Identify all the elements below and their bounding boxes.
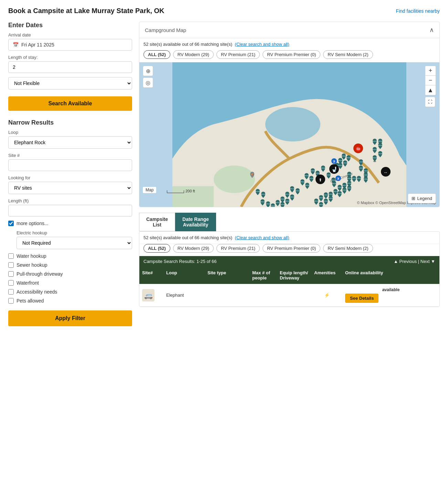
scale-bar	[167, 190, 184, 193]
water-hookup-checkbox[interactable]	[8, 253, 14, 259]
clear-search-link[interactable]: (Clear search and show all)	[235, 42, 289, 47]
pagination-bar: Campsite Search Results: 1-25 of 66 ▲ Pr…	[139, 256, 439, 267]
filter-tag-rv-semi-modern[interactable]: RV Semi Modern (2)	[323, 50, 373, 59]
pets-checkbox[interactable]	[8, 298, 14, 304]
svg-text:ER033: ER033	[290, 188, 295, 190]
length-label: Length of stay:	[8, 55, 132, 60]
site-icon: 🚐	[142, 289, 154, 301]
search-available-button[interactable]: Search Available	[8, 96, 132, 111]
filter-tag-rv-modern[interactable]: RV Modern (29)	[173, 50, 214, 59]
svg-point-1	[265, 107, 320, 141]
page-title: Book a Campsite at Lake Murray State Par…	[8, 7, 164, 15]
sewer-hookup-item: Sewer hookup	[8, 262, 132, 268]
map-section: Campground Map ∧ 52 site(s) available ou…	[139, 22, 440, 207]
looking-for-select[interactable]: RV sites Tent sites All	[8, 182, 132, 194]
tab-campsite-list[interactable]: CampsiteList	[139, 213, 175, 231]
svg-text:ER009: ER009	[347, 182, 352, 184]
svg-text:ER034: ER034	[296, 190, 300, 192]
looking-for-label: Looking for	[8, 175, 132, 180]
filter-tag-2-rv-premium[interactable]: RV Premium (21)	[216, 244, 260, 253]
th-site-type: Site type	[205, 267, 249, 284]
svg-text:ER042: ER042	[378, 140, 383, 142]
flexibility-select[interactable]: Not Flexible ±1 day ±2 days ±3 days	[8, 77, 132, 89]
expand-map-button[interactable]: ⛶	[425, 97, 435, 107]
pets-label[interactable]: Pets allowed	[17, 298, 44, 304]
pull-through-label[interactable]: Pull-through driveway	[17, 271, 63, 277]
svg-text:ER065: ER065	[305, 184, 310, 186]
svg-text:ER059: ER059	[321, 167, 326, 169]
map-container[interactable]: Cedar Cove Cir ER047 ER046	[139, 62, 439, 207]
svg-text:ER024: ER024	[260, 201, 265, 203]
pagination-nav[interactable]: ▲ Previous | Next ▼	[394, 259, 435, 264]
sewer-hookup-label[interactable]: Sewer hookup	[17, 262, 47, 268]
length-ft-group: Length (ft)	[8, 198, 132, 216]
arrival-date-input[interactable]: 📅 Fri Apr 11 2025	[8, 39, 132, 51]
pagination-prev[interactable]: ▲ Previous	[394, 259, 417, 264]
td-equip-length	[277, 292, 311, 299]
electric-hookup-section: Electric hookup Not Required Required 30…	[17, 230, 132, 249]
filter-tag-rv-premium[interactable]: RV Premium (21)	[216, 50, 260, 59]
available-label: available	[345, 287, 437, 292]
site-num-input[interactable]	[8, 159, 132, 171]
map-controls-right: + − ▲ ⛶	[425, 66, 436, 107]
filter-tags: ALL (52) RV Modern (29) RV Premium (21) …	[139, 50, 439, 62]
narrow-results-title: Narrow Results	[8, 119, 132, 126]
svg-text:ER003: ER003	[364, 174, 368, 176]
more-options-label[interactable]: more options...	[17, 221, 49, 226]
arrival-label: Arrival date	[8, 32, 132, 38]
pull-through-item: Pull-through driveway	[8, 271, 132, 277]
filter-tag-rv-premium-premier[interactable]: RV Premium Premier (0)	[263, 50, 320, 59]
svg-text:ER010: ER010	[338, 193, 342, 194]
pull-through-checkbox[interactable]	[8, 271, 14, 277]
more-options-checkbox[interactable]	[8, 221, 14, 226]
svg-text:ER017: ER017	[324, 194, 328, 196]
legend-label: Legend	[417, 196, 432, 201]
find-facilities-link[interactable]: Find facilities nearby	[396, 8, 440, 14]
svg-text:ER025: ER025	[271, 205, 275, 207]
legend-button[interactable]: ⊞ Legend	[408, 193, 436, 203]
waterfront-checkbox[interactable]	[8, 280, 14, 286]
pagination-next[interactable]: Next ▼	[420, 259, 435, 264]
electric-hookup-label: Electric hookup	[17, 230, 132, 235]
svg-text:ER016: ER016	[329, 193, 333, 195]
see-details-button[interactable]: See Details	[345, 294, 378, 303]
svg-text:♿: ♿	[332, 160, 336, 163]
table-header: Site# Loop Site type Max # of people Equ…	[139, 267, 439, 284]
svg-text:ER022: ER022	[324, 200, 328, 202]
locate-button[interactable]: ⊕	[143, 66, 153, 76]
water-hookup-label[interactable]: Water hookup	[17, 253, 46, 259]
filter-tag-2-rv-semi-modern[interactable]: RV Semi Modern (2)	[323, 244, 373, 253]
svg-text:ER001: ER001	[359, 167, 363, 169]
top-header: Book a Campsite at Lake Murray State Par…	[8, 7, 440, 15]
svg-text:ER046: ER046	[378, 153, 383, 155]
svg-text:ER006: ER006	[347, 178, 352, 179]
map-header: Campground Map ∧	[139, 22, 439, 38]
sewer-hookup-checkbox[interactable]	[8, 262, 14, 268]
loop-select[interactable]: Elephant Rock Cedar Cove All Loops	[8, 136, 132, 149]
filter-tag-2-all[interactable]: ALL (52)	[143, 244, 170, 253]
apply-filter-button[interactable]: Apply Filter	[8, 310, 132, 326]
pets-item: Pets allowed	[8, 298, 132, 304]
length-of-stay-input[interactable]	[8, 61, 132, 73]
site-num-label: Site #	[8, 153, 132, 158]
dates-section-title: Enter Dates	[8, 22, 132, 29]
electric-hookup-select[interactable]: Not Required Required 30 Amp 50 Amp	[17, 237, 132, 249]
svg-text:ER052: ER052	[343, 162, 348, 164]
tab-date-range[interactable]: Date RangeAvailability	[175, 213, 216, 231]
map-collapse-icon[interactable]: ∧	[429, 26, 434, 34]
zoom-out-button[interactable]: −	[425, 76, 436, 85]
accessibility-label[interactable]: Accessibility needs	[17, 289, 57, 295]
zoom-in-button[interactable]: +	[425, 66, 436, 76]
map-title: Campground Map	[145, 27, 186, 33]
length-ft-input[interactable]	[8, 205, 132, 216]
north-button[interactable]: ▲	[425, 85, 436, 95]
filter-tag-all[interactable]: ALL (52)	[143, 50, 170, 59]
compass-button[interactable]: ◎	[143, 77, 153, 88]
map-scale: 200 ft	[167, 189, 195, 193]
filter-tag-2-rv-premium-premier[interactable]: RV Premium Premier (0)	[263, 244, 320, 253]
filter-tag-2-rv-modern[interactable]: RV Modern (29)	[173, 244, 214, 253]
accessibility-checkbox[interactable]	[8, 289, 14, 295]
clear-search-link-2[interactable]: (Clear search and show all)	[235, 235, 289, 240]
map-type-label[interactable]: Map	[143, 187, 156, 193]
waterfront-label[interactable]: Waterfront	[17, 280, 39, 286]
